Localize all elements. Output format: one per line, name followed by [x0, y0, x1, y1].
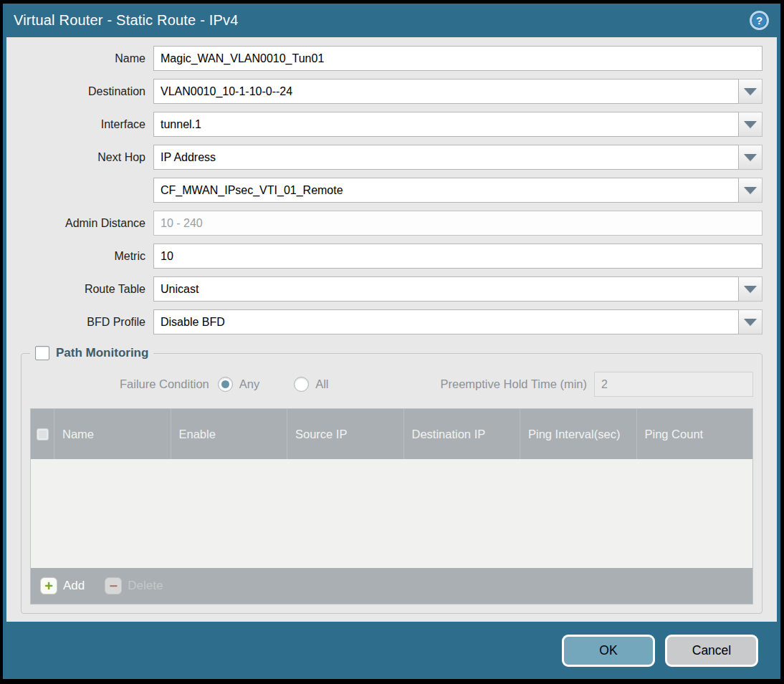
select-all-checkbox[interactable]: [37, 428, 49, 440]
table-header-destination-ip: Destination IP: [403, 409, 520, 459]
destination-label: Destination: [6, 85, 153, 98]
add-button-label: Add: [63, 579, 85, 593]
delete-button-label: Delete: [128, 579, 163, 593]
destination-dropdown-button[interactable]: [739, 79, 763, 104]
metric-input[interactable]: [153, 244, 763, 269]
table-header-row: Name Enable Source IP Destination IP Pin…: [31, 409, 752, 459]
chevron-down-icon: [744, 319, 757, 326]
path-monitoring-checkbox[interactable]: [35, 346, 49, 360]
next-hop-address-input[interactable]: [153, 178, 739, 203]
dialog-title: Virtual Router - Static Route - IPv4: [14, 12, 239, 29]
next-hop-type-dropdown-button[interactable]: [739, 145, 763, 170]
metric-label: Metric: [6, 250, 153, 263]
table-header-source-ip: Source IP: [287, 409, 403, 459]
path-monitoring-legend: Path Monitoring: [30, 346, 153, 360]
next-hop-label: Next Hop: [6, 151, 153, 164]
failure-condition-radio-all[interactable]: [294, 377, 309, 392]
path-monitoring-table: Name Enable Source IP Destination IP Pin…: [30, 408, 753, 604]
interface-input[interactable]: [153, 112, 739, 137]
form-row-admin-distance: Admin Distance: [6, 211, 763, 236]
form-row-route-table: Route Table: [6, 276, 763, 302]
ok-button[interactable]: OK: [562, 635, 655, 667]
form-row-bfd-profile: BFD Profile: [6, 309, 763, 334]
interface-label: Interface: [6, 118, 153, 131]
failure-condition-row: Failure Condition Any All Preemptive Hol…: [120, 372, 755, 397]
name-input[interactable]: [153, 46, 763, 71]
path-monitoring-title: Path Monitoring: [56, 346, 148, 360]
interface-dropdown-button[interactable]: [739, 112, 763, 137]
form-row-destination: Destination: [6, 79, 763, 104]
table-body-empty: [31, 459, 752, 568]
add-button[interactable]: + Add: [40, 577, 85, 594]
plus-icon: +: [40, 577, 57, 594]
chevron-down-icon: [744, 88, 757, 95]
form-row-interface: Interface: [6, 112, 763, 137]
next-hop-address-dropdown-button[interactable]: [739, 178, 763, 203]
form-row-metric: Metric: [6, 244, 763, 269]
form-row-next-hop: Next Hop: [6, 145, 763, 170]
bfd-profile-input[interactable]: [153, 309, 739, 334]
path-monitoring-section: Path Monitoring Failure Condition Any Al…: [21, 346, 763, 614]
table-footer-bar: + Add − Delete: [31, 568, 752, 604]
minus-icon: −: [105, 577, 122, 594]
dialog-titlebar: Virtual Router - Static Route - IPv4 ?: [3, 4, 780, 37]
form-row-next-hop-address: [6, 178, 763, 203]
table-header-ping-interval: Ping Interval(sec): [520, 409, 636, 459]
destination-input[interactable]: [153, 79, 739, 104]
dialog-content: Name Destination Interface: [6, 37, 777, 622]
static-route-dialog: Virtual Router - Static Route - IPv4 ? N…: [3, 4, 780, 679]
table-header-enable: Enable: [171, 409, 287, 459]
name-label: Name: [6, 52, 153, 65]
admin-distance-input[interactable]: [153, 211, 763, 236]
form-row-name: Name: [6, 46, 763, 71]
cancel-button[interactable]: Cancel: [665, 635, 758, 667]
next-hop-type-input[interactable]: [153, 145, 739, 170]
route-table-label: Route Table: [6, 283, 153, 296]
failure-condition-radio-any[interactable]: [218, 377, 233, 392]
route-table-dropdown-button[interactable]: [739, 276, 763, 302]
bfd-profile-label: BFD Profile: [6, 316, 153, 329]
bfd-profile-dropdown-button[interactable]: [739, 309, 763, 334]
table-header-ping-count: Ping Count: [636, 409, 753, 459]
chevron-down-icon: [744, 286, 757, 293]
dialog-footer: OK Cancel: [3, 622, 780, 679]
chevron-down-icon: [744, 154, 757, 161]
help-icon[interactable]: ?: [750, 11, 769, 30]
preemptive-hold-time-input[interactable]: [594, 372, 753, 397]
chevron-down-icon: [744, 187, 757, 194]
failure-condition-label: Failure Condition: [120, 377, 209, 391]
failure-condition-all-label: All: [315, 377, 328, 391]
failure-condition-any-label: Any: [239, 377, 259, 391]
admin-distance-label: Admin Distance: [6, 217, 153, 230]
route-table-input[interactable]: [153, 276, 739, 302]
chevron-down-icon: [744, 121, 757, 128]
delete-button[interactable]: − Delete: [105, 577, 163, 594]
table-header-select: [31, 409, 54, 459]
preemptive-hold-time-label: Preemptive Hold Time (min): [441, 377, 587, 391]
table-header-name: Name: [54, 409, 171, 459]
